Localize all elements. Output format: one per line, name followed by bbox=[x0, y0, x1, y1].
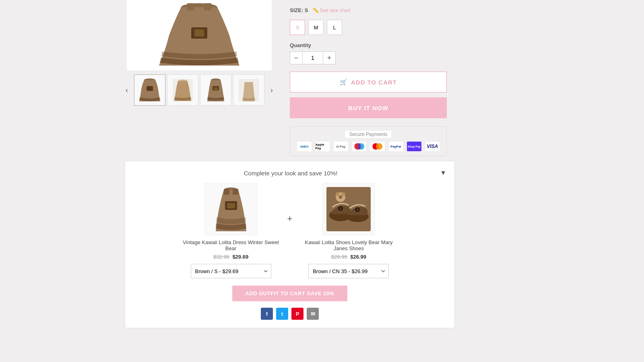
outfit-item-1-title: Vintage Kawaii Lolita Dress Winter Sweet… bbox=[183, 239, 279, 251]
thumbnail-4[interactable] bbox=[233, 74, 264, 106]
add-to-cart-button[interactable]: 🛒 ADD TO CART bbox=[290, 72, 447, 93]
quantity-section: Quantity − + bbox=[290, 42, 644, 64]
svg-rect-2 bbox=[204, 3, 211, 10]
shoppay-payment-icon: Shop Pay bbox=[407, 141, 422, 152]
cart-icon: 🛒 bbox=[340, 78, 348, 86]
amex-payment-icon: AMEX bbox=[297, 141, 312, 152]
share-facebook-button[interactable]: f bbox=[261, 308, 273, 320]
size-label: SIZE: S bbox=[290, 7, 308, 13]
collapse-icon[interactable]: ▼ bbox=[440, 169, 446, 177]
share-twitter-button[interactable]: t bbox=[276, 308, 288, 320]
svg-point-28 bbox=[339, 207, 342, 210]
size-chart-link[interactable]: 📏 See size chart bbox=[312, 7, 351, 13]
complete-look-section: Complete your look and save 10%! ▼ bbox=[125, 161, 455, 328]
mastercard-payment-icon bbox=[370, 141, 385, 152]
outfit-item-1-image bbox=[205, 183, 257, 235]
quantity-decrease-btn[interactable]: − bbox=[290, 51, 303, 64]
svg-rect-11 bbox=[214, 87, 218, 90]
section-header: Complete your look and save 10%! ▼ bbox=[133, 169, 446, 177]
thumbnail-2[interactable] bbox=[167, 74, 198, 106]
svg-rect-6 bbox=[147, 86, 153, 91]
payment-icons: AMEX Apple Pay G Pay bbox=[297, 141, 440, 152]
svg-point-33 bbox=[336, 192, 340, 196]
applepay-payment-icon: Apple Pay bbox=[315, 141, 330, 152]
share-email-button[interactable]: ✉ bbox=[307, 308, 319, 320]
size-row: SIZE: S 📏 See size chart bbox=[290, 7, 644, 13]
outfit-item-2-select[interactable]: Brown / CN 35 - $26.99 bbox=[308, 264, 389, 278]
outfit-item-2-title: Kawaii Lolita Shoes Lovely Bear Mary Jan… bbox=[300, 239, 397, 251]
outfit-item-1-prices: $32.99 $29.69 bbox=[213, 254, 248, 260]
outfit-item-1: Vintage Kawaii Lolita Dress Winter Sweet… bbox=[183, 183, 279, 278]
outfit-item-1-select[interactable]: Brown / S - $29.69 bbox=[191, 264, 271, 278]
size-options: S M L bbox=[290, 20, 644, 35]
secure-payments-label: Secure Payments bbox=[345, 130, 392, 138]
svg-point-31 bbox=[356, 208, 359, 211]
googlepay-payment-icon: G Pay bbox=[333, 141, 349, 152]
complete-look-title: Complete your look and save 10%! bbox=[141, 170, 440, 177]
prev-thumbnail-arrow[interactable]: ‹ bbox=[121, 84, 132, 96]
outfit-item-2-prices: $29.99 $26.99 bbox=[331, 254, 366, 260]
quantity-increase-btn[interactable]: + bbox=[323, 51, 336, 64]
svg-rect-4 bbox=[194, 29, 204, 37]
buy-now-button[interactable]: BUY IT NOW bbox=[290, 97, 447, 118]
svg-rect-23 bbox=[224, 189, 229, 195]
quantity-input[interactable] bbox=[303, 51, 323, 64]
main-product-image bbox=[127, 0, 272, 70]
share-pinterest-button[interactable]: P bbox=[291, 308, 303, 320]
thumbnail-3[interactable] bbox=[200, 74, 231, 106]
add-outfit-button[interactable]: ADD OUTFIT TO CART SAVE 10% bbox=[232, 286, 347, 301]
thumbnail-1[interactable] bbox=[134, 74, 165, 106]
paypal-payment-icon: PayPal bbox=[388, 141, 404, 152]
svg-rect-1 bbox=[187, 3, 194, 10]
visa-payment-icon: VISA bbox=[425, 141, 440, 152]
share-row: f t P ✉ bbox=[133, 308, 446, 320]
quantity-label: Quantity bbox=[290, 42, 644, 48]
maestro-payment-icon bbox=[352, 141, 367, 152]
outfit-item-2-image bbox=[322, 183, 375, 235]
svg-point-35 bbox=[339, 195, 342, 199]
size-btn-l[interactable]: L bbox=[327, 20, 342, 35]
outfit-item-2: Kawaii Lolita Shoes Lovely Bear Mary Jan… bbox=[300, 183, 397, 278]
outfit-products-row: Vintage Kawaii Lolita Dress Winter Sweet… bbox=[133, 183, 446, 278]
svg-rect-22 bbox=[227, 203, 235, 208]
svg-point-17 bbox=[358, 143, 361, 150]
thumbnails-container: ‹ bbox=[121, 74, 277, 106]
size-btn-s[interactable]: S bbox=[290, 20, 305, 35]
ruler-icon: 📏 bbox=[312, 7, 319, 13]
svg-rect-24 bbox=[233, 189, 238, 195]
secure-payments-box: Secure Payments AMEX Apple Pay G Pay bbox=[290, 126, 447, 156]
svg-point-34 bbox=[341, 192, 345, 196]
plus-symbol: + bbox=[287, 214, 293, 224]
quantity-controls: − + bbox=[290, 51, 644, 64]
size-btn-m[interactable]: M bbox=[308, 20, 324, 35]
